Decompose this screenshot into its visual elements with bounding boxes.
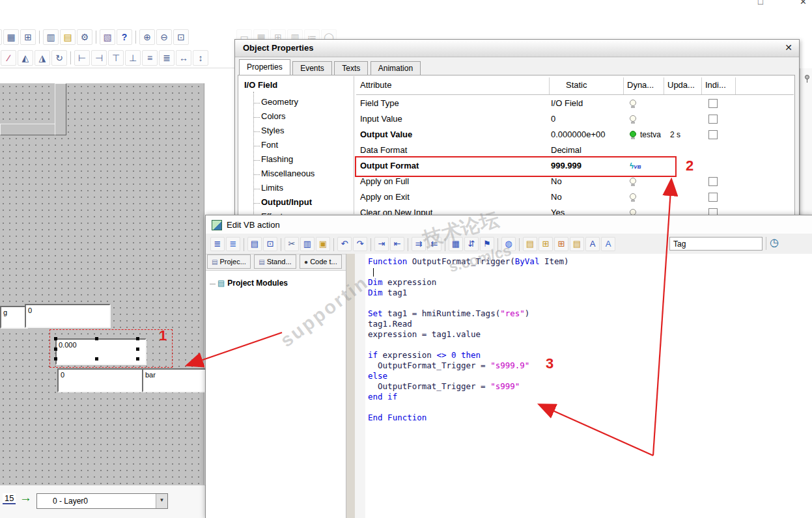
canvas-object-bar[interactable] xyxy=(55,83,66,135)
zoom-out-icon[interactable]: ⊖ xyxy=(156,29,172,45)
indirect-checkbox[interactable] xyxy=(708,177,718,186)
distribute-horizontal-icon[interactable]: ↔ xyxy=(176,50,191,66)
static-value[interactable]: 0.000000e+00 xyxy=(551,130,606,139)
static-value[interactable]: I/O Field xyxy=(551,98,583,108)
selection-handle[interactable] xyxy=(54,348,57,351)
cut-icon[interactable]: ✂ xyxy=(285,237,299,251)
code-line[interactable] xyxy=(368,340,812,350)
print-preview-icon[interactable]: ⊡ xyxy=(263,237,277,251)
replace-icon[interactable]: ⇵ xyxy=(464,237,479,251)
canvas-object-bar[interactable] xyxy=(0,124,57,135)
tab-animation[interactable]: Animation xyxy=(371,61,421,75)
help-pointer-icon[interactable]: ? xyxy=(117,29,132,45)
layer-selector[interactable]: 0 - Layer0 ▼ xyxy=(36,493,168,509)
tab-events[interactable]: Events xyxy=(292,61,332,75)
print-icon[interactable]: ▤ xyxy=(247,237,262,251)
tree-item-limits[interactable]: Limits xyxy=(261,183,351,195)
add-module-icon[interactable]: ⊞ xyxy=(539,237,553,251)
property-row-apply-on-exit[interactable]: Apply on Exit No xyxy=(356,189,792,205)
vb-module-tree[interactable]: ▤Project Modules xyxy=(206,270,346,518)
io-field-bottom-left[interactable]: 0 xyxy=(57,368,143,392)
selection-handle[interactable] xyxy=(136,357,139,361)
indirect-checkbox[interactable] xyxy=(708,115,718,124)
property-row-input-value[interactable]: Input Value 0 xyxy=(356,111,792,127)
align-right-icon[interactable]: ⊣ xyxy=(91,50,107,66)
rotate-icon[interactable]: ↻ xyxy=(51,50,67,66)
dynamic-tag-name[interactable]: testva xyxy=(640,130,661,139)
static-value[interactable]: 0 xyxy=(551,114,555,124)
copy-icon[interactable]: ▥ xyxy=(300,237,315,251)
flip-vertical-icon[interactable]: ◭ xyxy=(18,50,33,66)
modules-book-icon[interactable]: ▤ xyxy=(523,237,537,251)
code-line[interactable] xyxy=(368,402,812,413)
code-line[interactable] xyxy=(368,298,812,308)
go-arrow-icon[interactable]: → xyxy=(20,491,32,505)
code-line[interactable]: End Function xyxy=(368,413,812,423)
tag-input[interactable]: Tag xyxy=(669,237,763,251)
dynamic-bulb-icon[interactable] xyxy=(630,178,636,186)
property-row-field-type[interactable]: Field Type I/O Field xyxy=(356,96,792,111)
tab-code-templates[interactable]: ●Code t... xyxy=(300,254,342,269)
outdent-icon[interactable]: ⇤ xyxy=(390,237,404,251)
graphics-designer-canvas[interactable] xyxy=(0,83,204,485)
code-line[interactable]: OutputFormat_Trigger = "s999" xyxy=(368,381,812,392)
center-horizontal-icon[interactable]: ≡ xyxy=(142,50,158,66)
check-syntax-icon[interactable]: ◍ xyxy=(501,237,516,251)
tab-texts[interactable]: Texts xyxy=(334,61,368,75)
settings-icon[interactable]: ⚙ xyxy=(77,29,92,45)
add-action-icon[interactable]: ⊞ xyxy=(554,237,568,251)
undo-icon[interactable]: ↶ xyxy=(337,237,352,251)
code-line[interactable]: OutputFormat_Trigger = "s999.9" xyxy=(368,361,812,371)
indirect-checkbox[interactable] xyxy=(708,99,718,108)
page-tab[interactable]: 15 xyxy=(3,493,16,504)
font-icon[interactable]: A xyxy=(585,237,600,251)
dialog-titlebar[interactable]: Object Properties ✕ xyxy=(235,40,799,57)
tree-item-colors[interactable]: Colors xyxy=(261,111,351,123)
align-bottom-icon[interactable]: ⊥ xyxy=(125,50,141,66)
tree-root-io-field[interactable]: I/O Field xyxy=(244,80,277,90)
tree-item-output-input[interactable]: Output/Input xyxy=(261,197,351,209)
print-icon[interactable]: ▤ xyxy=(0,29,2,45)
update-cycle[interactable]: 2 s xyxy=(670,130,680,139)
center-vertical-icon[interactable]: ≣ xyxy=(159,50,175,66)
dynamic-bulb-icon[interactable] xyxy=(630,115,636,124)
code-line[interactable]: end if xyxy=(368,392,812,402)
tree-item-flashing[interactable]: Flashing xyxy=(261,154,351,166)
code-line[interactable]: tag1.Read xyxy=(368,319,812,329)
tab-standard-modules[interactable]: ▤Stand... xyxy=(254,254,296,269)
selection-handle[interactable] xyxy=(54,337,57,340)
paste-icon[interactable]: ▣ xyxy=(316,237,330,251)
tree-item-geometry[interactable]: Geometry xyxy=(261,97,351,109)
code-line[interactable]: Function OutputFormat_Trigger(ByVal Item… xyxy=(368,256,812,267)
selection-handle[interactable] xyxy=(136,348,139,351)
goto-icon[interactable]: A xyxy=(601,237,615,251)
dynamic-bulb-icon[interactable] xyxy=(630,100,636,108)
columns-icon[interactable]: ▥ xyxy=(43,29,59,45)
close-button[interactable]: ✕ xyxy=(800,0,807,7)
selection-handle[interactable] xyxy=(136,337,139,340)
bookmark-icon[interactable]: ⚑ xyxy=(480,237,494,251)
code-line[interactable] xyxy=(368,267,812,277)
code-line[interactable]: Dim expression xyxy=(368,277,812,288)
dynamic-bulb-green-icon[interactable] xyxy=(630,131,636,139)
tree-item-miscellaneous[interactable]: Miscellaneous xyxy=(261,169,351,180)
tab-properties[interactable]: Properties xyxy=(239,59,290,75)
distribute-vertical-icon[interactable]: ↕ xyxy=(193,50,208,66)
zoom-in-icon[interactable]: ⊕ xyxy=(139,29,155,45)
code-line[interactable]: Set tag1 = hmiRuntime.Tags("res") xyxy=(368,308,812,319)
selection-handle[interactable] xyxy=(54,357,57,361)
library-icon[interactable]: ▧ xyxy=(100,29,115,45)
shear-icon[interactable]: ∕ xyxy=(1,50,16,66)
indirect-checkbox[interactable] xyxy=(708,193,718,202)
code-line[interactable]: else xyxy=(368,371,812,381)
io-field-partial[interactable]: g xyxy=(0,306,28,329)
dynamic-bulb-icon[interactable] xyxy=(630,193,636,202)
module-list-icon[interactable]: ≣ xyxy=(210,237,225,251)
grid-icon[interactable]: ▦ xyxy=(3,29,19,45)
selection-handle[interactable] xyxy=(95,357,98,361)
tree-item-styles[interactable]: Styles xyxy=(261,126,351,137)
property-row-output-value[interactable]: Output Value 0.000000e+00 testva 2 s xyxy=(356,127,792,143)
dropdown-arrow-icon[interactable]: ▼ xyxy=(156,494,167,508)
selection-handle[interactable] xyxy=(95,337,98,340)
pin-icon[interactable] xyxy=(805,75,809,79)
